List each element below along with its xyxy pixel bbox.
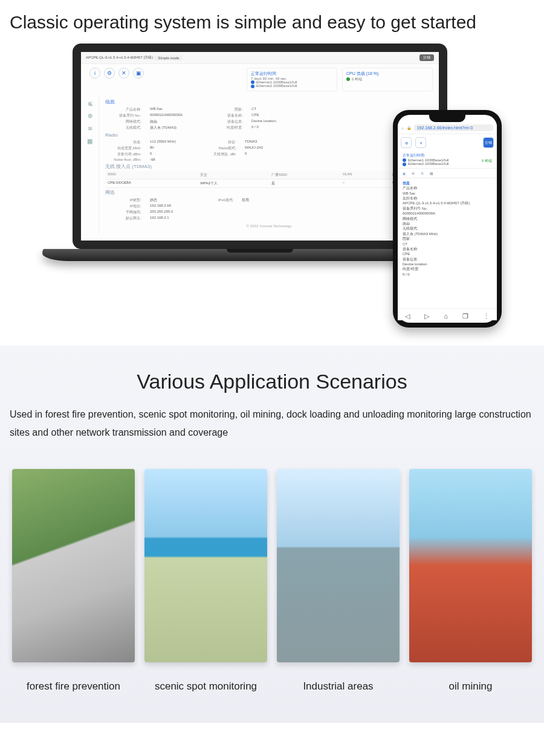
caption: Industrial areas [303, 680, 373, 693]
mode-pill[interactable]: Simple mode [154, 56, 183, 60]
globe-icon[interactable]: ⊕ [412, 171, 415, 175]
wifi-icon[interactable]: ≋ [88, 125, 92, 132]
table-row[interactable]: CPE-DDCE8A [105, 179, 198, 188]
card-oil: oil mining [409, 469, 532, 693]
home-icon[interactable]: ⌂ [444, 312, 448, 320]
menu-icon[interactable]: ⋮ [483, 312, 490, 320]
thumb-oil [409, 469, 532, 662]
wifi-icon[interactable]: ≋ [421, 171, 424, 175]
dashboard-body: ⫹ ⊕ ≋ ▦ 信息 产品名称:WB 5ac 设备序列 No.:00000214… [81, 95, 439, 234]
dashboard-summary-row: i ⚙ ✕ ▣ 正常运行时间 7 days 30 min. 43 sec. Et… [81, 64, 439, 95]
sidebar: ⫹ ⊕ ≋ ▦ [81, 95, 99, 234]
phone-navbar: ◁ ▷ ⌂ ❐ ⋮ [398, 308, 497, 320]
card-industrial: Industrial areas [277, 469, 400, 693]
phone-notch [429, 115, 465, 122]
scenarios-description: Used in forest fire prevention, scenic s… [6, 405, 538, 442]
card-scenic: scenic spot monitoring [144, 469, 267, 693]
clients: 0 终端 [346, 77, 429, 82]
card-forest: forest fire prevention [12, 469, 135, 693]
url-field[interactable]: 192.168.2.66/index.html?m=3 [414, 124, 493, 131]
phone-info: 信息 产品名称:WB 5ac 友好名称:APCPE.QL-3.v1.5.4-v1… [398, 178, 497, 279]
section-os: Classic operating system is simple and e… [0, 0, 544, 340]
logout-button[interactable]: 注销 [483, 137, 494, 148]
quick-icons: i ⚙ ✕ ▣ [87, 68, 146, 91]
thumb-industrial [277, 469, 400, 662]
lock-icon: 🔒 [407, 126, 411, 130]
tabs-icon[interactable]: ❐ [462, 312, 468, 320]
info-icon[interactable]: i [89, 68, 100, 79]
phone-mockup: ⌂ 🔒 192.168.2.66/index.html?m=3 ⚙ ✕ 注销 正… [393, 110, 502, 328]
phone-tabs: ⫹ ⊕ ≋ ▦ [398, 168, 497, 178]
logout-button[interactable]: 注销 [419, 54, 434, 61]
firmware-label: APCPE.QL-3.v1.5.4-v1.5.4-6f2f457 (升级) [86, 55, 153, 60]
headline: Classic operating system is simple and e… [6, 12, 538, 44]
eth2: Ethernet2 1000Base1/full [251, 84, 333, 88]
camera-icon[interactable]: ▣ [133, 68, 144, 79]
tools-icon[interactable]: ✕ [415, 137, 426, 148]
caption: oil mining [449, 680, 493, 693]
gear-icon[interactable]: ⚙ [104, 68, 115, 79]
laptop-screen: APCPE.QL-3.v1.5.4-v1.5.4-6f2f457 (升级) Si… [73, 44, 447, 249]
thumb-scenic [144, 469, 267, 662]
section-scenarios: Various Application Scenarios Used in fo… [0, 346, 544, 723]
uptime-title: 正常运行时间 [251, 71, 333, 77]
dashboard-main: 信息 产品名称:WB 5ac 设备序列 No.:000002140000000A… [99, 95, 439, 234]
grid-icon[interactable]: ▦ [87, 138, 92, 144]
back-icon[interactable]: ◁ [405, 312, 410, 320]
uptime-card: 正常运行时间 7 days 30 min. 43 sec. Ethernet1 … [247, 68, 337, 91]
scenarios-heading: Various Application Scenarios [6, 370, 538, 393]
radio-heading: Radio [105, 132, 433, 138]
caption: scenic spot monitoring [155, 680, 257, 693]
phone-toolbar: ⚙ ✕ 注销 [398, 134, 497, 151]
wireless-heading: 无线 接入点 (TDMA3) [105, 163, 433, 170]
chart-icon[interactable]: ⫹ [403, 171, 406, 175]
forward-icon[interactable]: ▷ [424, 312, 429, 320]
laptop-mockup: APCPE.QL-3.v1.5.4-v1.5.4-6f2f457 (升级) Si… [73, 44, 447, 261]
phone-urlbar: ⌂ 🔒 192.168.2.66/index.html?m=3 [398, 122, 497, 134]
cpu-card: CPU 负载 (18 %) 0 终端 [342, 68, 433, 91]
device-stage: APCPE.QL-3.v1.5.4-v1.5.4-6f2f457 (升级) Si… [6, 44, 538, 334]
phone-uptime: 正常运行时间 Ethernet1 1000Base1/full 0 终端 Eth… [398, 151, 497, 168]
gear-icon[interactable]: ⚙ [401, 137, 412, 148]
globe-icon[interactable]: ⊕ [88, 112, 92, 119]
lock-icon: ⌂ [401, 126, 404, 130]
grid-icon[interactable]: ▦ [430, 171, 433, 175]
dashboard-topbar: APCPE.QL-3.v1.5.4-v1.5.4-6f2f457 (升级) Si… [81, 52, 439, 64]
chart-icon[interactable]: ⫹ [88, 100, 92, 106]
cpu-title: CPU 负载 (18 %) [346, 71, 429, 77]
network-heading: 网络 [105, 189, 433, 196]
thumb-forest [12, 469, 135, 662]
ssid-table: SSID 安全 广播SSID VLAN 终端 CPE-DDCE8A WPA2个人… [105, 171, 433, 188]
caption: forest fire prevention [27, 680, 120, 693]
info-heading: 信息 [105, 99, 433, 105]
tools-icon[interactable]: ✕ [118, 68, 129, 79]
footer-copyright: © 2022 Yuncore Technology [105, 222, 433, 230]
phone-screen: ⌂ 🔒 192.168.2.66/index.html?m=3 ⚙ ✕ 注销 正… [398, 115, 497, 323]
scenario-cards: forest fire prevention scenic spot monit… [6, 469, 538, 693]
